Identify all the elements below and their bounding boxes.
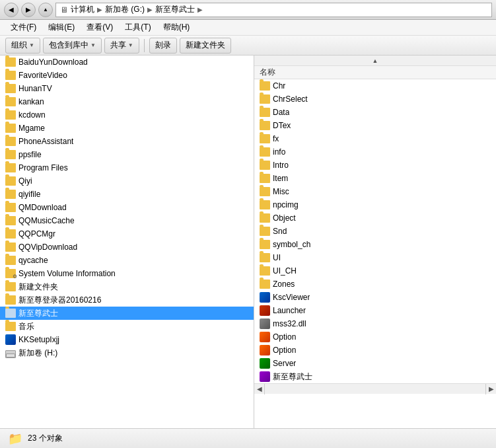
item-label: symbol_ch xyxy=(273,240,310,249)
list-item[interactable]: BaiduYunDownload xyxy=(0,56,254,69)
horizontal-scrollbar[interactable]: ◀ ▶ xyxy=(254,383,496,394)
scroll-up-arrow[interactable]: ▲ xyxy=(254,56,496,66)
item-label: Mgame xyxy=(18,124,45,133)
up-button[interactable]: ▲ xyxy=(38,3,53,17)
item-label: 新至尊武士 xyxy=(18,308,58,319)
list-item[interactable]: Option xyxy=(254,330,496,344)
menu-edit[interactable]: 编辑(E) xyxy=(43,20,80,34)
list-item[interactable]: 音乐 xyxy=(0,320,254,333)
folder-icon xyxy=(5,137,16,146)
list-item[interactable]: symbol_ch xyxy=(254,238,496,251)
right-panel-header: 名称 xyxy=(254,66,496,79)
item-label: HunanTV xyxy=(18,84,52,93)
item-label: kankan xyxy=(18,97,44,106)
organize-button[interactable]: 组织 ▼ xyxy=(5,38,40,54)
address-bar[interactable]: 🖥 计算机 ▶ 新加卷 (G:) ▶ 新至尊武士 ▶ xyxy=(55,3,492,17)
address-part-3: 新至尊武士 xyxy=(155,4,195,15)
list-item[interactable]: kcdown xyxy=(0,108,254,122)
item-label: mss32.dll xyxy=(273,319,306,328)
new-folder-button[interactable]: 新建文件夹 xyxy=(180,38,231,54)
right-panel[interactable]: ▲ 名称 Chr ChrSelect Data xyxy=(254,56,496,428)
folder-icon xyxy=(5,282,16,291)
list-item-selected[interactable]: 新至尊武士 xyxy=(0,307,254,320)
exe-icon xyxy=(260,371,270,382)
include-library-button[interactable]: 包含到库中 ▼ xyxy=(43,38,102,54)
list-item[interactable]: Item xyxy=(254,172,496,185)
menu-bar: 文件(F) 编辑(E) 查看(V) 工具(T) 帮助(H) xyxy=(0,20,496,36)
address-sep-1: ▶ xyxy=(97,6,102,13)
list-item[interactable]: Misc xyxy=(254,185,496,198)
list-item[interactable]: qycache xyxy=(0,254,254,267)
list-item[interactable]: ChrSelect xyxy=(254,93,496,106)
list-item[interactable]: QMDownload xyxy=(0,201,254,214)
item-label: npcimg xyxy=(273,200,299,209)
list-item[interactable]: HunanTV xyxy=(0,82,254,95)
status-text: 23 个对象 xyxy=(28,433,63,444)
list-item[interactable]: KscViewer xyxy=(254,291,496,304)
list-item[interactable]: Zones xyxy=(254,278,496,291)
item-label: fx xyxy=(273,134,279,143)
list-item[interactable]: 新加卷 (H:) xyxy=(0,346,254,359)
list-item[interactable]: npcimg xyxy=(254,198,496,211)
scroll-track[interactable] xyxy=(265,384,485,394)
burn-button[interactable]: 刻录 xyxy=(149,38,177,54)
folder-icon xyxy=(5,97,16,106)
folder-icon xyxy=(260,161,270,170)
share-button[interactable]: 共享 ▼ xyxy=(104,38,139,54)
list-item[interactable]: UI xyxy=(254,251,496,264)
list-item[interactable]: Intro xyxy=(254,159,496,172)
list-item[interactable]: mss32.dll xyxy=(254,317,496,330)
forward-button[interactable]: ▶ xyxy=(21,3,36,17)
scroll-left-arrow[interactable]: ◀ xyxy=(254,384,265,394)
list-item[interactable]: UI_CH xyxy=(254,264,496,278)
list-item[interactable]: info xyxy=(254,145,496,159)
list-item[interactable]: 新建文件夹 xyxy=(0,280,254,293)
list-item[interactable]: Launcher xyxy=(254,304,496,317)
item-label: kcdown xyxy=(18,110,46,120)
address-part-2: 新加卷 (G:) xyxy=(105,4,145,15)
list-item[interactable]: qiyifile xyxy=(0,188,254,201)
back-button[interactable]: ◀ xyxy=(4,3,18,17)
list-item[interactable]: Qiyi xyxy=(0,174,254,188)
list-item[interactable]: QQMusicCache xyxy=(0,214,254,227)
list-item[interactable]: DTex xyxy=(254,119,496,132)
list-item[interactable]: Data xyxy=(254,106,496,119)
list-item[interactable]: 新至尊登录器20160216 xyxy=(0,293,254,307)
menu-tools[interactable]: 工具(T) xyxy=(120,20,156,34)
list-item[interactable]: KKSetupIxjj xyxy=(0,333,254,346)
menu-view[interactable]: 查看(V) xyxy=(81,20,118,34)
folder-icon xyxy=(5,322,16,331)
list-item[interactable]: kankan xyxy=(0,95,254,108)
list-item[interactable]: QQVipDownload xyxy=(0,241,254,254)
list-item[interactable]: ppsfile xyxy=(0,148,254,161)
list-item[interactable]: Mgame xyxy=(0,122,254,135)
folder-icon xyxy=(260,213,270,223)
folder-icon xyxy=(260,200,270,209)
list-item[interactable]: fx xyxy=(254,132,496,145)
list-item[interactable]: 新至尊武士 xyxy=(254,370,496,383)
list-item[interactable]: System Volume Information xyxy=(0,267,254,280)
main-content: BaiduYunDownload FavoriteVideo HunanTV k… xyxy=(0,56,496,428)
folder-icon xyxy=(260,174,270,183)
list-item[interactable]: Program Files xyxy=(0,161,254,174)
item-label: QQMusicCache xyxy=(18,216,75,225)
list-item[interactable]: Server xyxy=(254,357,496,370)
item-label: FavoriteVideo xyxy=(18,71,67,80)
list-item[interactable]: Chr xyxy=(254,79,496,93)
scroll-right-arrow[interactable]: ▶ xyxy=(485,384,496,394)
item-label: qiyifile xyxy=(18,190,40,199)
address-sep-2: ▶ xyxy=(147,6,153,13)
folder-icon xyxy=(260,240,270,249)
menu-help[interactable]: 帮助(H) xyxy=(158,20,195,34)
item-label: Option xyxy=(273,346,296,355)
share-label: 共享 xyxy=(110,40,126,51)
list-item[interactable]: PhoneAssistant xyxy=(0,135,254,148)
item-label: 新至尊登录器20160216 xyxy=(18,295,101,306)
list-item[interactable]: FavoriteVideo xyxy=(0,69,254,82)
left-panel[interactable]: BaiduYunDownload FavoriteVideo HunanTV k… xyxy=(0,56,254,428)
list-item[interactable]: Object xyxy=(254,211,496,225)
list-item[interactable]: Snd xyxy=(254,225,496,238)
list-item[interactable]: Option xyxy=(254,344,496,357)
menu-file[interactable]: 文件(F) xyxy=(5,20,42,34)
list-item[interactable]: QQPCMgr xyxy=(0,227,254,241)
